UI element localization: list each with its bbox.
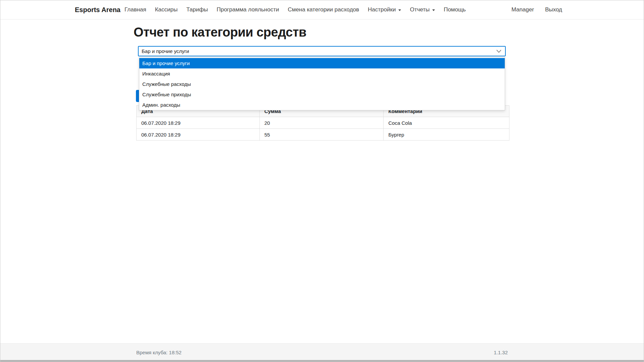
nav-item-loyalty[interactable]: Программа лояльности: [216, 6, 279, 13]
table-row: 06.07.2020 18:29 55 Бургер: [137, 129, 509, 141]
dropdown-option[interactable]: Админ. расходы: [139, 100, 505, 110]
brand-link[interactable]: Esports Arena: [75, 0, 120, 19]
caret-down-icon: [432, 9, 435, 11]
nav-item-settings[interactable]: Настройки: [368, 6, 401, 13]
cell-date: 06.07.2020 18:29: [137, 117, 260, 129]
nav-item-label: Программа лояльности: [216, 6, 279, 13]
app-version-label: 1.1.32: [494, 344, 508, 361]
nav-item-label: Главная: [125, 6, 146, 13]
chevron-down-icon: [496, 49, 501, 53]
category-select[interactable]: Бар и прочие услуги: [138, 46, 506, 56]
app-window: Esports Arena Главная Кассиры Тарифы Про…: [0, 0, 644, 362]
nav-item-label: Тарифы: [186, 6, 208, 13]
nav-item-label: Помощь: [444, 6, 466, 13]
nav-item-label: Отчеты: [410, 6, 430, 13]
nav-item-expense-category-change[interactable]: Смена категории расходов: [288, 6, 359, 13]
nav-item-label: Смена категории расходов: [288, 6, 359, 13]
footer: Время клуба: 18:52 1.1.32: [0, 343, 644, 361]
dropdown-option[interactable]: Инкассация: [139, 68, 505, 79]
nav-item-cashiers[interactable]: Кассиры: [155, 6, 178, 13]
cell-sum: 55: [259, 129, 384, 141]
dropdown-option[interactable]: Служебные приходы: [139, 89, 505, 100]
dropdown-option[interactable]: Служебные расходы: [139, 79, 505, 89]
category-dropdown-list: Бар и прочие услуги Инкассация Служебные…: [139, 57, 505, 110]
cell-date: 06.07.2020 18:29: [137, 129, 260, 141]
username-label: Manager: [511, 6, 534, 13]
cell-comment: Бургер: [384, 129, 509, 141]
dropdown-option[interactable]: Бар и прочие услуги: [139, 58, 505, 68]
nav-item-tariffs[interactable]: Тарифы: [186, 6, 208, 13]
user-menu-manager[interactable]: Manager: [511, 6, 534, 13]
cell-sum: 20: [259, 117, 384, 129]
nav-item-label: Настройки: [368, 6, 396, 13]
caret-down-icon: [398, 9, 401, 11]
window-bottom-edge: [0, 360, 644, 362]
nav-right: Manager Выход: [511, 0, 562, 19]
logout-link[interactable]: Выход: [545, 6, 562, 13]
nav-links: Главная Кассиры Тарифы Программа лояльно…: [125, 0, 466, 19]
nav-item-main[interactable]: Главная: [125, 6, 146, 13]
nav-item-help[interactable]: Помощь: [444, 6, 466, 13]
nav-item-label: Кассиры: [155, 6, 178, 13]
report-table: Дата Сумма Комментарии 06.07.2020 18:29 …: [136, 105, 509, 141]
table-row: 06.07.2020 18:29 20 Coca Cola: [137, 117, 509, 129]
category-select-value: Бар и прочие услуги: [142, 48, 189, 54]
nav-item-reports[interactable]: Отчеты: [410, 6, 435, 13]
cell-comment: Coca Cola: [384, 117, 509, 129]
logout-label: Выход: [545, 6, 562, 13]
navbar: Esports Arena Главная Кассиры Тарифы Про…: [0, 0, 644, 19]
club-time-label: Время клуба: 18:52: [136, 344, 182, 361]
page-title: Отчет по категории средств: [134, 25, 306, 40]
